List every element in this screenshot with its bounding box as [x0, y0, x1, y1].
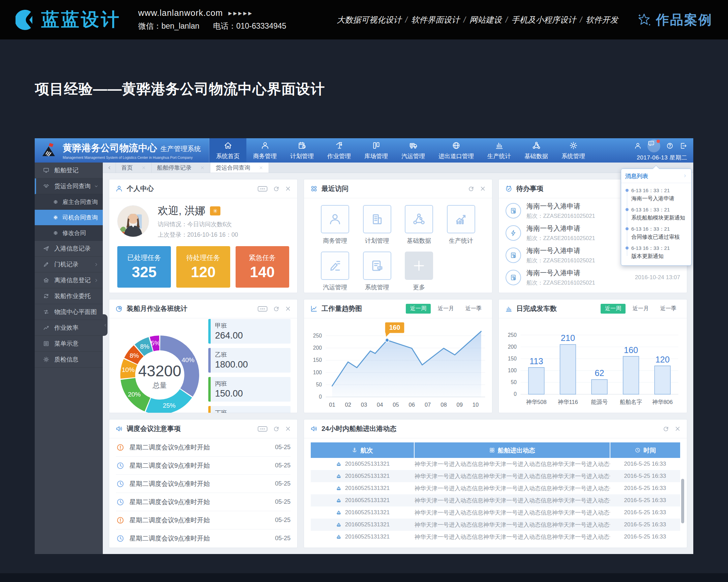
legend-name: 丙班 [215, 380, 286, 388]
meeting-item[interactable]: 星期二调度会议9点准时开始05-25 [116, 457, 290, 475]
help-button[interactable] [666, 142, 674, 150]
svg-text:43200: 43200 [138, 362, 181, 380]
sidebar-item-plane[interactable]: 入港信息记录 [35, 241, 103, 257]
table-row[interactable]: 20160525131321神华天津一号进入动态信息神华天津一号进入动态信息神华… [311, 506, 680, 518]
quick-link-2[interactable]: 基础数据 [398, 205, 440, 245]
tab-0[interactable]: 首页 [116, 162, 152, 173]
close-icon [285, 185, 291, 192]
sidebar-item-monitor[interactable]: 船舶登记 [35, 162, 103, 178]
message-item[interactable]: 6-13 16：33：21合同修改已通过审核 [631, 224, 687, 243]
quick-link-6[interactable]: 更多 [398, 252, 440, 291]
nav-item-truck[interactable]: 汽运管理 [395, 138, 432, 162]
sidebar-subitem-2[interactable]: 修改合同 [35, 225, 103, 241]
period-button-0[interactable]: 近一周 [601, 304, 626, 313]
tab-scroll-left-button[interactable] [103, 162, 116, 173]
tab-1[interactable]: 船舶停靠记录 [152, 162, 210, 173]
period-button-1[interactable]: 近一月 [628, 304, 653, 313]
nav-item-bars[interactable]: 生产统计 [480, 138, 518, 162]
meeting-text: 星期二调度会议9点准时开始 [129, 443, 275, 452]
sidebar-item-list[interactable]: 菜单示意 [35, 336, 103, 352]
period-button-1[interactable]: 近一月 [434, 304, 458, 313]
meeting-item[interactable]: 星期二调度会议9点准时开始05-25 [116, 511, 290, 529]
nav-item-calendar[interactable]: 计划管理 [283, 138, 320, 162]
sidebar-item-refresh2[interactable]: 装船作业委托 [35, 288, 103, 304]
quick-link-3[interactable]: 生产统计 [440, 205, 482, 245]
panel-expand-button[interactable] [683, 173, 687, 180]
table-header-row: 航次船舶进出动态时间 [311, 442, 680, 458]
quick-link-4[interactable]: 汽运管理 [314, 252, 356, 291]
portfolio-link[interactable]: 作品案例 [636, 11, 712, 29]
quick-link-5[interactable]: 系统管理 [356, 252, 398, 291]
close-button[interactable] [285, 426, 291, 432]
table-row[interactable]: 20160525131321神华天津一号进入动态信息神华天津一号进入动态信息神华… [311, 494, 680, 506]
nav-item-home[interactable]: 系统首页 [209, 138, 246, 162]
message-item[interactable]: 6-13 16：33：21版本更新通知 [631, 243, 687, 262]
more-options-button[interactable] [258, 185, 268, 192]
table-row[interactable]: 20160525131321神华天津一号进入动态信息神华天津一号进入动态信息神华… [311, 482, 680, 494]
meeting-item[interactable]: 星期二调度会议9点准时开始05-25 [116, 493, 290, 511]
table-row[interactable]: 20160525131321神华天津一号进入动态信息神华天津一号进入动态信息神华… [311, 531, 680, 543]
todo-item-icon [505, 225, 521, 241]
message-item[interactable]: 6-13 16：33：21系统船舶模块更新通知 [631, 204, 687, 224]
nav-item-globe[interactable]: 进出道口管理 [432, 138, 480, 162]
meeting-item[interactable]: 星期二调度会议9点准时开始05-25 [116, 475, 290, 493]
sidebar-item-trend[interactable]: 作业效率 [35, 320, 103, 336]
nav-item-user[interactable]: 商务管理 [246, 138, 283, 162]
nav-item-gear[interactable]: 系统管理 [555, 138, 592, 162]
sidebar-item-pencil[interactable]: 门机记录 [35, 257, 103, 273]
quick-link-1[interactable]: 计划管理 [356, 205, 398, 245]
profile-button[interactable] [634, 142, 642, 150]
sidebar-item-handshake[interactable]: 货运合同查询 [35, 178, 103, 194]
tab-2[interactable]: 货运合同查询 [210, 162, 269, 173]
table-row[interactable]: 20160525131321神华天津一号进入动态信息神华天津一号进入动态信息神华… [311, 470, 680, 482]
period-button-2[interactable]: 近一季 [461, 304, 486, 313]
nav-item-crane[interactable]: 作业管理 [320, 138, 358, 162]
nav-item-network[interactable]: 基础数据 [518, 138, 555, 162]
table-scrollbar[interactable] [681, 479, 684, 523]
sidebar-item-gear[interactable]: 质检信息 [35, 352, 103, 368]
close-button[interactable] [285, 185, 291, 192]
meeting-item[interactable]: 星期二调度会议9点准时开始05-25 [116, 438, 290, 457]
quick-link-0[interactable]: 商务管理 [314, 205, 356, 245]
website-link[interactable]: www.lanlanwork.com [138, 8, 223, 18]
trend2-icon [454, 212, 468, 226]
message-item[interactable]: 6-13 16：33：21海南一号入港申请 [631, 185, 687, 204]
todo-item[interactable]: 海南一号入港申请船次：ZZASE201610250212016-10-24 13… [505, 267, 680, 289]
sidebar-collapse-handle[interactable] [103, 314, 107, 336]
meeting-date: 05-25 [275, 516, 290, 524]
refresh-button[interactable] [273, 426, 279, 432]
sidebar-item-home2[interactable]: 离港信息登记 [35, 273, 103, 288]
logout-button[interactable] [679, 142, 687, 150]
more-options-button[interactable] [258, 305, 268, 312]
close-button[interactable] [285, 305, 291, 312]
stat-tiles: 已处理任务325待处理任务120紧急任务140 [117, 246, 289, 288]
chevleft-icon [103, 323, 107, 327]
messages-button[interactable] [647, 140, 660, 152]
row-time: 2016-5-25 16:33 [610, 482, 680, 494]
phone-label: 电话：010-63334945 [213, 22, 286, 30]
sidebar-subitem-label: 司机合同查询 [62, 213, 98, 222]
table-row[interactable]: 20160525131321神华天津一号进入动态信息神华天津一号进入动态信息神华… [311, 518, 680, 531]
stat-tile[interactable]: 待处理任务120 [176, 246, 230, 288]
refresh-button[interactable] [273, 305, 279, 312]
stat-tile[interactable]: 已处理任务325 [117, 246, 171, 288]
period-button-2[interactable]: 近一季 [656, 304, 681, 313]
period-button-0[interactable]: 近一周 [406, 304, 431, 313]
meeting-item[interactable]: 星期二调度会议9点准时开始05-25 [116, 529, 290, 547]
todo-subtitle: 船次：ZZASE20161025021 [526, 212, 635, 220]
stat-tile[interactable]: 紧急任务140 [236, 246, 289, 288]
close-button[interactable] [479, 185, 486, 192]
close-button[interactable] [674, 426, 681, 432]
more-options-button[interactable] [258, 426, 268, 432]
sidebar-item-swap[interactable]: 物流中心平面图 [35, 304, 103, 320]
stat-value: 120 [191, 264, 215, 281]
refresh-button[interactable] [273, 185, 279, 192]
table-row[interactable]: 20160525131321神华天津一号进入动态信息神华天津一号进入动态信息神华… [311, 458, 680, 470]
nav-item-warehouse[interactable]: 库场管理 [358, 138, 395, 162]
sidebar-subitem-1[interactable]: 司机合同查询 [35, 210, 103, 225]
close-icon [200, 166, 205, 170]
sidebar-subitem-0[interactable]: 雇主合同查询 [35, 194, 103, 210]
refresh-button[interactable] [662, 426, 669, 432]
svg-text:5%: 5% [151, 339, 160, 346]
refresh-button[interactable] [468, 185, 474, 192]
